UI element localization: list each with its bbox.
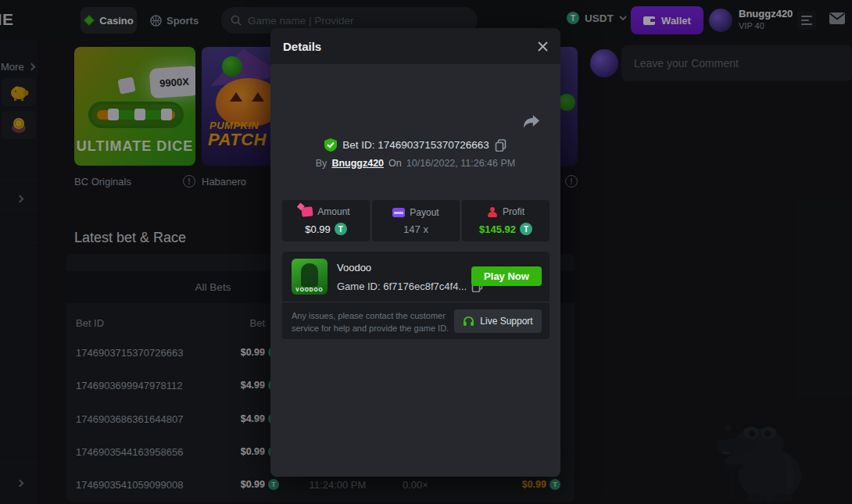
- live-support-label: Live Support: [480, 316, 532, 327]
- stat-amount: Amount $0.99T: [282, 200, 370, 241]
- support-text: Any issues, please contact the customer …: [292, 309, 449, 334]
- amount-icon: [302, 206, 313, 216]
- headset-icon: [463, 316, 474, 327]
- modal-title: Details: [283, 40, 321, 53]
- divider: [282, 302, 550, 302]
- game-name: Voodoo: [337, 262, 371, 273]
- app-window: ME Casino Sports T USDT Wallet Bnuggz420…: [0, 0, 852, 504]
- details-modal: Details Bet ID: 1746903715370726663 By B…: [270, 28, 560, 477]
- game-id-value: Game ID: 6f7176ec8f7c4f4...: [337, 281, 467, 292]
- bet-id-row: Bet ID: 1746903715370726663: [270, 138, 560, 152]
- stat-payout: Payout 147 x: [372, 200, 460, 241]
- game-thumbnail[interactable]: VOODOO: [292, 259, 328, 295]
- share-icon[interactable]: [523, 114, 540, 132]
- verified-shield-icon: [324, 138, 337, 152]
- by-label: By: [316, 158, 328, 169]
- modal-body: Bet ID: 1746903715370726663 By Bnuggz420…: [270, 64, 560, 477]
- thumb-caption: VOODOO: [292, 287, 328, 292]
- close-icon[interactable]: [535, 39, 550, 53]
- tether-icon: T: [520, 223, 532, 235]
- tether-icon: T: [335, 223, 347, 235]
- bet-meta-row: By Bnuggz420 On 10/16/2022, 11:26:46 PM: [270, 158, 560, 169]
- voodoo-figure-graphic: [301, 263, 318, 287]
- game-id-row: Game ID: 6f7176ec8f7c4f4...: [337, 280, 483, 292]
- profit-value: $145.92: [479, 223, 516, 235]
- player-link[interactable]: Bnuggz420: [331, 158, 384, 169]
- payout-icon: [392, 208, 405, 217]
- copy-icon[interactable]: [495, 139, 507, 152]
- payout-value: 147 x: [403, 223, 428, 235]
- profit-icon: [487, 207, 498, 217]
- stat-profit: Profit $145.92T: [462, 200, 550, 241]
- bet-id-value: Bet ID: 1746903715370726663: [342, 139, 489, 151]
- bet-datetime: 10/16/2022, 11:26:46 PM: [406, 158, 515, 169]
- game-info-box: VOODOO Voodoo Game ID: 6f7176ec8f7c4f4..…: [282, 252, 550, 339]
- bet-stats: Amount $0.99T Payout 147 x Profit $145.9…: [282, 200, 550, 241]
- live-support-button[interactable]: Live Support: [454, 309, 542, 333]
- modal-header: Details: [270, 28, 560, 64]
- amount-value: $0.99: [305, 223, 331, 235]
- play-now-button[interactable]: Play Now: [471, 266, 542, 286]
- on-label: On: [388, 158, 402, 169]
